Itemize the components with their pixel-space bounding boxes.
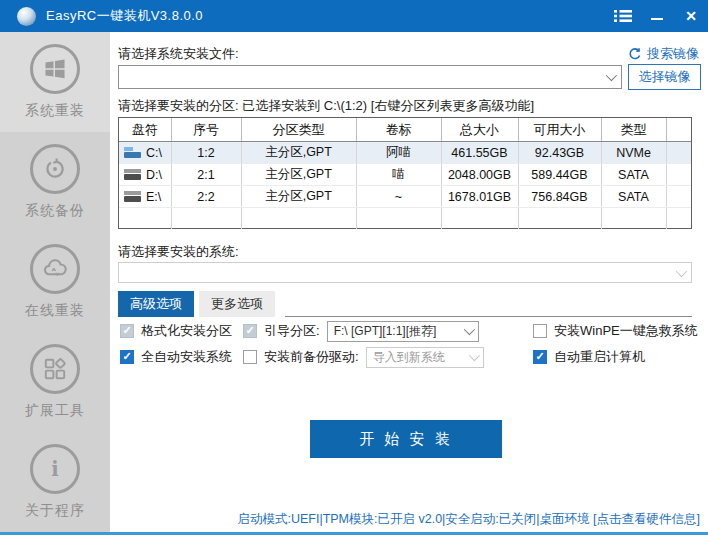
svg-text:i: i [51, 458, 58, 481]
backup-drivers-combobox[interactable]: 导入到新系统 [366, 347, 484, 368]
table-row-d[interactable]: D:\ 2:1 主分区,GPT 喵 2048.00GB 589.44GB SAT… [119, 164, 691, 186]
table-row-e[interactable]: E:\ 2:2 主分区,GPT ~ 1678.01GB 756.84GB SAT… [119, 186, 691, 208]
table-header-row: 盘符 序号 分区类型 卷标 总大小 可用大小 类型 [119, 118, 691, 142]
system-combobox[interactable] [118, 262, 692, 283]
system-file-combobox[interactable] [118, 65, 622, 89]
boot-partition-checkbox[interactable] [243, 324, 257, 338]
option-backup-drivers: 安装前备份驱动: 导入到新系统 [243, 348, 484, 366]
auto-install-checkbox[interactable] [120, 350, 134, 364]
sidebar-item-extended-tools[interactable]: 扩展工具 [0, 332, 110, 432]
tab-more-options[interactable]: 更多选项 [199, 291, 275, 317]
chevron-down-icon [468, 350, 479, 361]
select-file-label: 请选择系统安装文件: [118, 45, 239, 63]
search-image-link[interactable]: 搜索镜像 [628, 45, 699, 63]
option-format-partition: 格式化安装分区 [120, 322, 232, 340]
table-row-empty [119, 208, 691, 230]
cloud-icon [30, 244, 80, 294]
col-header-empty [666, 118, 691, 142]
menu-list-icon[interactable] [606, 0, 640, 32]
table-row-c[interactable]: C:\ 1:2 主分区,GPT 阿喵 461.55GB 92.43GB NVMe [119, 142, 691, 164]
app-title: EasyRC一键装机V3.8.0.0 [46, 7, 203, 25]
refresh-icon [628, 47, 642, 61]
chevron-down-icon [463, 324, 474, 335]
sidebar-item-label: 扩展工具 [25, 402, 85, 420]
start-install-button[interactable]: 开 始 安 装 [310, 420, 502, 458]
format-partition-checkbox[interactable] [120, 324, 134, 338]
sidebar-item-system-backup[interactable]: 系统备份 [0, 132, 110, 232]
chevron-down-icon [676, 265, 687, 276]
option-install-winpe: 安装WinPE一键急救系统 [533, 322, 698, 340]
tab-advanced-options[interactable]: 高级选项 [118, 291, 194, 317]
search-image-label: 搜索镜像 [647, 45, 699, 63]
col-header-drive[interactable]: 盘符 [119, 118, 171, 142]
option-auto-install: 全自动安装系统 [120, 348, 232, 366]
select-image-button[interactable]: 选择镜像 [628, 64, 701, 90]
sidebar-item-label: 系统重装 [25, 102, 85, 120]
sidebar: 系统重装 系统备份 在线重装 [0, 32, 110, 532]
sidebar-item-label: 在线重装 [25, 302, 85, 320]
tab-divider-line [285, 316, 692, 317]
info-icon: i [30, 444, 80, 494]
sidebar-item-label: 关于程序 [25, 502, 85, 520]
install-winpe-checkbox[interactable] [533, 324, 547, 338]
sidebar-item-online-reinstall[interactable]: 在线重装 [0, 232, 110, 332]
drive-icon [124, 191, 141, 202]
col-header-index[interactable]: 序号 [171, 118, 241, 142]
backup-drivers-checkbox[interactable] [243, 350, 257, 364]
drive-icon [124, 169, 141, 180]
sidebar-item-system-reinstall[interactable]: 系统重装 [0, 32, 110, 132]
close-icon[interactable]: ✕ [674, 0, 708, 32]
titlebar: EasyRC一键装机V3.8.0.0 ✕ [0, 0, 708, 32]
minimize-icon[interactable] [640, 0, 674, 32]
select-system-label: 请选择要安装的系统: [118, 243, 239, 261]
partition-table: 盘符 序号 分区类型 卷标 总大小 可用大小 类型 C:\ 1:2 主分区,GP… [118, 117, 692, 229]
app-logo-icon [17, 7, 36, 26]
col-header-type[interactable]: 分区类型 [241, 118, 356, 142]
option-auto-restart: 自动重启计算机 [533, 348, 645, 366]
chevron-down-icon [606, 70, 617, 81]
boot-partition-combobox[interactable]: F:\ [GPT][1:1][推荐] [327, 321, 479, 342]
statusbar-text[interactable]: 启动模式:UEFI|TPM模块:已开启 v2.0|安全启动:已关闭|桌面环境 [… [237, 511, 700, 528]
auto-restart-checkbox[interactable] [533, 350, 547, 364]
col-header-total[interactable]: 总大小 [441, 118, 518, 142]
sidebar-item-about[interactable]: i 关于程序 [0, 432, 110, 532]
option-boot-partition: 引导分区: F:\ [GPT][1:1][推荐] [243, 322, 479, 340]
col-header-volume[interactable]: 卷标 [356, 118, 441, 142]
app-window: EasyRC一键装机V3.8.0.0 ✕ [0, 0, 708, 535]
restore-icon [30, 144, 80, 194]
drive-icon [124, 147, 141, 158]
apps-grid-icon [30, 344, 80, 394]
col-header-free[interactable]: 可用大小 [518, 118, 601, 142]
partition-label: 请选择要安装的分区: 已选择安装到 C:\(1:2) [右键分区列表更多高级功能… [118, 97, 534, 115]
sidebar-item-label: 系统备份 [25, 202, 85, 220]
windows-logo-icon [30, 44, 80, 94]
col-header-bus[interactable]: 类型 [601, 118, 666, 142]
